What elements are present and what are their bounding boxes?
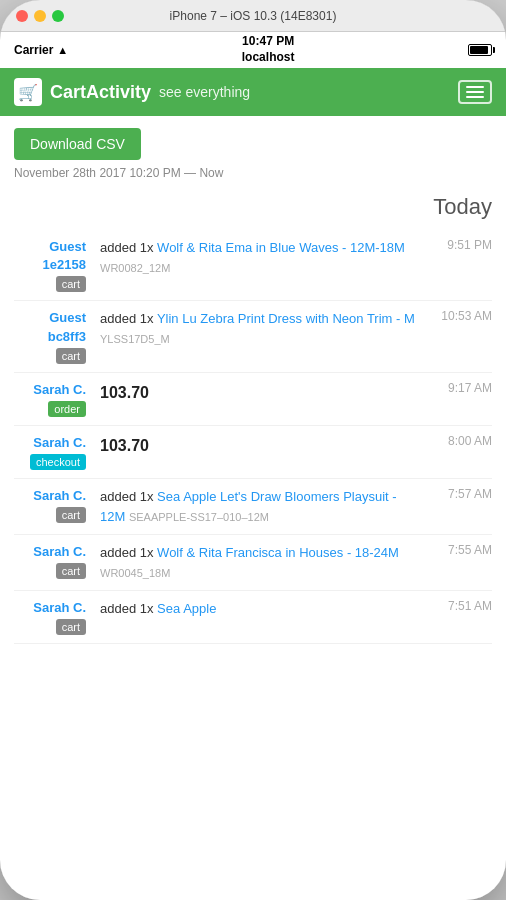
close-dot[interactable]: [16, 10, 28, 22]
activity-time-col: 10:53 AM: [427, 309, 492, 323]
activity-detail-col: added 1x Sea Apple: [100, 599, 421, 619]
wifi-icon: ▲: [57, 44, 68, 56]
product-link[interactable]: Wolf & Rita Francisca in Houses - 18-24M: [157, 545, 399, 560]
device-frame: iPhone 7 – iOS 10.3 (14E8301) Carrier ▲ …: [0, 0, 506, 900]
activity-detail-col: added 1x Wolf & Rita Ema in Blue Waves -…: [100, 238, 421, 277]
activity-user-col: Sarah C. cart: [14, 599, 94, 635]
menu-button[interactable]: [458, 80, 492, 104]
time-text: 9:17 AM: [448, 381, 492, 395]
user-link[interactable]: Sarah C.: [14, 543, 86, 561]
date-range-text: November 28th 2017 10:20 PM — Now: [14, 166, 492, 180]
product-link[interactable]: Sea Apple: [157, 601, 216, 616]
table-row: Sarah C. cart added 1x Sea Apple 7:51 AM: [14, 591, 492, 644]
table-row: Sarah C. cart added 1x Sea Apple Let's D…: [14, 479, 492, 535]
product-link[interactable]: Ylin Lu Zebra Print Dress with Neon Trim…: [157, 311, 415, 326]
badge-cart: cart: [56, 563, 86, 579]
nav-bar: 🛒 CartActivity see everything: [0, 68, 506, 116]
activity-user-col: Guest1e2158 cart: [14, 238, 94, 292]
user-link[interactable]: Sarah C.: [14, 434, 86, 452]
status-center: 10:47 PM localhost: [242, 34, 295, 65]
badge-cart: cart: [56, 619, 86, 635]
table-row: Guestbc8ff3 cart added 1x Ylin Lu Zebra …: [14, 301, 492, 372]
sku-text: SEAAPPLE-SS17–010–12M: [129, 511, 269, 523]
download-csv-button[interactable]: Download CSV: [14, 128, 141, 160]
window-controls: [16, 10, 64, 22]
action-text: added 1x: [100, 545, 157, 560]
badge-cart: cart: [56, 507, 86, 523]
nav-subtitle: see everything: [159, 84, 250, 100]
minimize-dot[interactable]: [34, 10, 46, 22]
activity-detail-col: 103.70: [100, 434, 421, 458]
user-link[interactable]: Sarah C.: [14, 599, 86, 617]
status-right: [468, 44, 492, 56]
status-bar: Carrier ▲ 10:47 PM localhost: [0, 32, 506, 68]
app-icon: 🛒: [14, 78, 42, 106]
badge-checkout: checkout: [30, 454, 86, 470]
hamburger-line-1: [466, 86, 484, 88]
activity-time-col: 9:17 AM: [427, 381, 492, 395]
activity-detail-col: added 1x Wolf & Rita Francisca in Houses…: [100, 543, 421, 582]
nav-brand: 🛒 CartActivity see everything: [14, 78, 250, 106]
amount-text: 103.70: [100, 384, 149, 401]
time-text: 7:55 AM: [448, 543, 492, 557]
app-icon-emoji: 🛒: [18, 83, 38, 102]
battery-icon: [468, 44, 492, 56]
time-text: 7:51 AM: [448, 599, 492, 613]
activity-time-col: 8:00 AM: [427, 434, 492, 448]
activity-time-col: 7:55 AM: [427, 543, 492, 557]
hamburger-line-2: [466, 91, 484, 93]
activity-user-col: Sarah C. checkout: [14, 434, 94, 470]
activity-user-col: Sarah C. cart: [14, 487, 94, 523]
app-name: CartActivity: [50, 82, 151, 103]
time-text: 8:00 AM: [448, 434, 492, 448]
table-row: Sarah C. checkout 103.70 8:00 AM: [14, 426, 492, 479]
user-link[interactable]: Sarah C.: [14, 487, 86, 505]
badge-cart: cart: [56, 348, 86, 364]
time-text: 9:51 PM: [447, 238, 492, 252]
activity-user-col: Sarah C. order: [14, 381, 94, 417]
location-display: localhost: [242, 50, 295, 66]
window-title: iPhone 7 – iOS 10.3 (14E8301): [170, 9, 337, 23]
activity-time-col: 9:51 PM: [427, 238, 492, 252]
user-link[interactable]: Guest1e2158: [14, 238, 86, 274]
action-text: added 1x: [100, 311, 157, 326]
activity-detail-col: 103.70: [100, 381, 421, 405]
carrier-label: Carrier: [14, 43, 53, 57]
activity-detail-col: added 1x Ylin Lu Zebra Print Dress with …: [100, 309, 421, 348]
user-link[interactable]: Sarah C.: [14, 381, 86, 399]
activity-time-col: 7:57 AM: [427, 487, 492, 501]
time-display: 10:47 PM: [242, 34, 295, 50]
main-content: Download CSV November 28th 2017 10:20 PM…: [0, 116, 506, 900]
badge-order: order: [48, 401, 86, 417]
battery-fill: [470, 46, 488, 54]
title-bar: iPhone 7 – iOS 10.3 (14E8301): [0, 0, 506, 32]
table-row: Sarah C. cart added 1x Wolf & Rita Franc…: [14, 535, 492, 591]
badge-cart: cart: [56, 276, 86, 292]
table-row: Guest1e2158 cart added 1x Wolf & Rita Em…: [14, 230, 492, 301]
hamburger-line-3: [466, 96, 484, 98]
sku-text: WR0082_12M: [100, 262, 170, 274]
activity-user-col: Sarah C. cart: [14, 543, 94, 579]
status-left: Carrier ▲: [14, 43, 68, 57]
time-text: 10:53 AM: [441, 309, 492, 323]
activity-user-col: Guestbc8ff3 cart: [14, 309, 94, 363]
activity-list: Guest1e2158 cart added 1x Wolf & Rita Em…: [14, 230, 492, 644]
time-text: 7:57 AM: [448, 487, 492, 501]
user-link[interactable]: Guestbc8ff3: [14, 309, 86, 345]
action-text: added 1x: [100, 601, 157, 616]
product-link[interactable]: Wolf & Rita Ema in Blue Waves - 12M-18M: [157, 240, 405, 255]
sku-text: WR0045_18M: [100, 567, 170, 579]
activity-time-col: 7:51 AM: [427, 599, 492, 613]
sku-text: YLSS17D5_M: [100, 333, 170, 345]
activity-detail-col: added 1x Sea Apple Let's Draw Bloomers P…: [100, 487, 421, 526]
amount-text: 103.70: [100, 437, 149, 454]
table-row: Sarah C. order 103.70 9:17 AM: [14, 373, 492, 426]
section-today-header: Today: [14, 194, 492, 220]
maximize-dot[interactable]: [52, 10, 64, 22]
action-text: added 1x: [100, 489, 157, 504]
action-text: added 1x: [100, 240, 157, 255]
